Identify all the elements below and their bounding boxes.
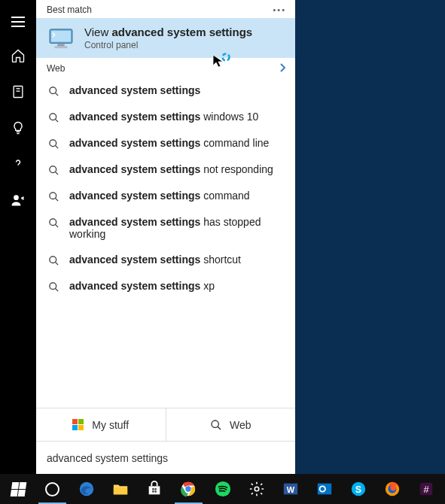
notebook-icon[interactable] [0, 74, 36, 110]
search-icon [210, 419, 222, 431]
help-icon[interactable] [0, 146, 36, 182]
more-icon[interactable]: ••• [273, 5, 286, 14]
svg-line-14 [55, 145, 58, 148]
menu-icon[interactable] [0, 6, 36, 38]
svg-point-3 [14, 195, 19, 200]
cortana-button[interactable] [35, 474, 69, 504]
web-result-item[interactable]: advanced system settings command [36, 183, 295, 209]
svg-line-24 [55, 288, 58, 291]
word-icon[interactable]: W [273, 474, 307, 504]
search-icon [48, 112, 59, 123]
web-result-item[interactable]: advanced system settings shortcut [36, 247, 295, 273]
web-result-item[interactable]: advanced system settings xp [36, 273, 295, 299]
svg-rect-28 [114, 487, 127, 494]
web-results-list: advanced system settingsadvanced system … [36, 77, 295, 408]
svg-rect-6 [57, 44, 64, 46]
best-match-text: View advanced system settings Control pa… [84, 26, 252, 50]
search-icon [48, 165, 59, 176]
web-result-item[interactable]: advanced system settings [36, 77, 295, 104]
lightbulb-icon[interactable] [0, 110, 36, 146]
best-match-label: Best match [47, 5, 92, 15]
svg-point-17 [50, 193, 56, 199]
svg-rect-32 [155, 490, 157, 492]
chevron-right-icon[interactable] [279, 62, 286, 74]
search-input[interactable] [47, 452, 285, 464]
svg-line-18 [55, 198, 58, 201]
search-input-row [36, 441, 295, 474]
my-stuff-tab[interactable]: My stuff [36, 408, 166, 441]
svg-rect-30 [155, 488, 157, 490]
svg-rect-31 [152, 490, 154, 492]
svg-line-16 [55, 172, 58, 175]
svg-text:W: W [287, 485, 295, 494]
svg-line-12 [55, 119, 58, 122]
slack-icon[interactable]: # [410, 474, 443, 504]
svg-point-11 [50, 114, 56, 120]
outlook-icon[interactable] [307, 474, 341, 504]
search-scope-tabs: My stuff Web [36, 408, 295, 441]
control-panel-icon [47, 27, 75, 50]
taskbar: W S # [0, 474, 445, 504]
svg-rect-5 [51, 30, 71, 41]
svg-point-19 [50, 219, 56, 226]
svg-point-34 [186, 486, 191, 491]
feedback-icon[interactable] [0, 182, 36, 218]
svg-text:S: S [355, 484, 361, 495]
svg-point-25 [212, 421, 218, 427]
svg-line-26 [218, 427, 221, 430]
web-tab[interactable]: Web [166, 408, 296, 441]
search-icon [48, 281, 59, 293]
search-icon [48, 86, 59, 97]
home-icon[interactable] [0, 38, 36, 74]
svg-point-21 [50, 257, 56, 263]
settings-icon[interactable] [239, 474, 273, 504]
best-match-result[interactable]: View advanced system settings Control pa… [36, 18, 295, 58]
search-icon [48, 138, 59, 150]
store-icon[interactable] [138, 474, 172, 504]
svg-rect-0 [14, 87, 23, 98]
search-icon [48, 217, 59, 229]
svg-point-23 [50, 283, 56, 290]
file-explorer-icon[interactable] [103, 474, 137, 504]
skype-icon[interactable]: S [342, 474, 376, 504]
web-result-item[interactable]: advanced system settings command line [36, 130, 295, 156]
svg-line-20 [55, 224, 58, 227]
svg-line-22 [55, 262, 58, 265]
search-icon [48, 191, 59, 202]
web-result-item[interactable]: advanced system settings not responding [36, 156, 295, 183]
best-match-header: Best match ••• [36, 0, 295, 18]
firefox-icon[interactable] [376, 474, 410, 504]
svg-point-15 [50, 166, 56, 173]
chrome-icon[interactable] [172, 474, 206, 504]
web-label: Web [47, 63, 65, 74]
svg-rect-7 [55, 46, 68, 48]
search-icon [48, 255, 59, 266]
start-button[interactable] [2, 474, 35, 504]
web-header[interactable]: Web [36, 58, 295, 77]
web-result-item[interactable]: advanced system settings windows 10 [36, 104, 295, 130]
web-result-item[interactable]: advanced system settings has stopped wor… [36, 209, 295, 247]
windows-logo-icon [72, 419, 84, 431]
svg-text:#: # [424, 484, 430, 495]
svg-line-10 [55, 93, 58, 96]
edge-icon[interactable] [69, 474, 103, 504]
cortana-left-rail [0, 0, 36, 474]
svg-point-36 [255, 487, 259, 491]
cortana-search-pane: Best match ••• View advanced system sett… [36, 0, 295, 474]
svg-point-9 [50, 87, 56, 94]
svg-point-13 [50, 140, 56, 147]
svg-rect-29 [152, 488, 154, 490]
spotify-icon[interactable] [206, 474, 239, 504]
